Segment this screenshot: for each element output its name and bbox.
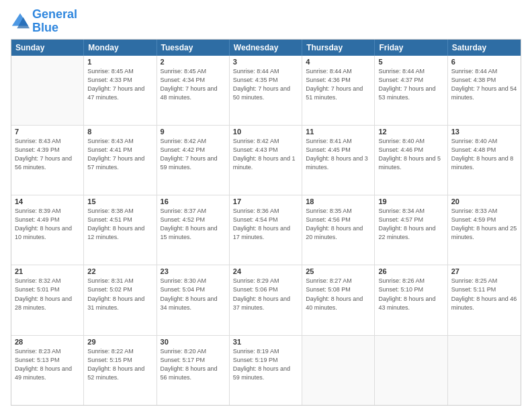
cell-date-number: 15 bbox=[87, 197, 152, 205]
cell-info: Sunrise: 8:44 AMSunset: 4:36 PMDaylight:… bbox=[306, 67, 371, 102]
cell-info: Sunrise: 8:26 AMSunset: 5:10 PMDaylight:… bbox=[378, 277, 443, 312]
calendar-row: 21Sunrise: 8:32 AMSunset: 5:01 PMDayligh… bbox=[11, 265, 521, 335]
cell-info: Sunrise: 8:22 AMSunset: 5:15 PMDaylight:… bbox=[87, 347, 152, 382]
cell-date-number: 20 bbox=[451, 197, 517, 205]
calendar-cell: 6Sunrise: 8:44 AMSunset: 4:38 PMDaylight… bbox=[448, 56, 521, 125]
cell-date-number: 22 bbox=[87, 267, 152, 275]
cell-date-number: 26 bbox=[378, 267, 443, 275]
cell-info: Sunrise: 8:33 AMSunset: 4:59 PMDaylight:… bbox=[451, 207, 517, 242]
cal-header-day: Wednesday bbox=[230, 40, 302, 56]
calendar-cell: 29Sunrise: 8:22 AMSunset: 5:15 PMDayligh… bbox=[84, 336, 157, 405]
cell-date-number: 27 bbox=[451, 267, 517, 275]
cell-date-number: 31 bbox=[233, 338, 298, 346]
calendar-cell: 19Sunrise: 8:34 AMSunset: 4:57 PMDayligh… bbox=[375, 195, 447, 265]
calendar-cell: 14Sunrise: 8:39 AMSunset: 4:49 PMDayligh… bbox=[11, 195, 84, 265]
calendar-cell: 25Sunrise: 8:27 AMSunset: 5:08 PMDayligh… bbox=[302, 265, 375, 334]
header: General Blue bbox=[11, 8, 521, 35]
calendar-row: 1Sunrise: 8:45 AMSunset: 4:33 PMDaylight… bbox=[11, 56, 521, 126]
cell-date-number: 16 bbox=[161, 197, 226, 205]
calendar-cell: 26Sunrise: 8:26 AMSunset: 5:10 PMDayligh… bbox=[375, 265, 447, 334]
calendar-cell: 4Sunrise: 8:44 AMSunset: 4:36 PMDaylight… bbox=[302, 56, 375, 125]
calendar-cell: 16Sunrise: 8:37 AMSunset: 4:52 PMDayligh… bbox=[157, 195, 230, 265]
cell-info: Sunrise: 8:31 AMSunset: 5:02 PMDaylight:… bbox=[87, 277, 152, 312]
calendar-cell: 22Sunrise: 8:31 AMSunset: 5:02 PMDayligh… bbox=[84, 265, 157, 334]
cell-info: Sunrise: 8:38 AMSunset: 4:51 PMDaylight:… bbox=[87, 207, 152, 242]
logo-text: General Blue bbox=[32, 8, 77, 35]
cell-info: Sunrise: 8:30 AMSunset: 5:04 PMDaylight:… bbox=[161, 277, 226, 312]
cell-info: Sunrise: 8:44 AMSunset: 4:37 PMDaylight:… bbox=[378, 67, 443, 102]
cell-info: Sunrise: 8:45 AMSunset: 4:34 PMDaylight:… bbox=[161, 67, 226, 102]
calendar-row: 7Sunrise: 8:43 AMSunset: 4:39 PMDaylight… bbox=[11, 126, 521, 195]
cell-info: Sunrise: 8:45 AMSunset: 4:33 PMDaylight:… bbox=[87, 67, 152, 102]
cal-header-day: Friday bbox=[375, 40, 447, 56]
calendar-cell: 18Sunrise: 8:35 AMSunset: 4:56 PMDayligh… bbox=[302, 195, 375, 265]
calendar-row: 14Sunrise: 8:39 AMSunset: 4:49 PMDayligh… bbox=[11, 195, 521, 265]
cell-date-number: 25 bbox=[306, 267, 371, 275]
cell-date-number: 8 bbox=[87, 128, 152, 136]
cell-info: Sunrise: 8:42 AMSunset: 4:42 PMDaylight:… bbox=[161, 137, 226, 172]
calendar-cell: 13Sunrise: 8:40 AMSunset: 4:48 PMDayligh… bbox=[448, 126, 521, 195]
calendar-body: 1Sunrise: 8:45 AMSunset: 4:33 PMDaylight… bbox=[11, 56, 521, 405]
calendar-cell: 9Sunrise: 8:42 AMSunset: 4:42 PMDaylight… bbox=[157, 126, 230, 195]
calendar: SundayMondayTuesdayWednesdayThursdayFrid… bbox=[11, 39, 521, 406]
cell-date-number: 1 bbox=[87, 58, 152, 66]
page: General Blue SundayMondayTuesdayWednesda… bbox=[0, 0, 532, 411]
cell-info: Sunrise: 8:36 AMSunset: 4:54 PMDaylight:… bbox=[233, 207, 298, 242]
cell-date-number: 10 bbox=[233, 128, 298, 136]
cal-header-day: Thursday bbox=[302, 40, 375, 56]
cell-date-number: 28 bbox=[15, 338, 80, 346]
cal-header-day: Saturday bbox=[448, 40, 521, 56]
cell-info: Sunrise: 8:40 AMSunset: 4:46 PMDaylight:… bbox=[378, 137, 443, 172]
cell-date-number: 17 bbox=[233, 197, 298, 205]
calendar-cell bbox=[302, 336, 375, 405]
cell-info: Sunrise: 8:41 AMSunset: 4:45 PMDaylight:… bbox=[306, 137, 371, 172]
calendar-cell: 1Sunrise: 8:45 AMSunset: 4:33 PMDaylight… bbox=[84, 56, 157, 125]
cell-date-number: 23 bbox=[161, 267, 226, 275]
calendar-cell: 15Sunrise: 8:38 AMSunset: 4:51 PMDayligh… bbox=[84, 195, 157, 265]
logo: General Blue bbox=[11, 8, 77, 35]
cell-info: Sunrise: 8:39 AMSunset: 4:49 PMDaylight:… bbox=[15, 207, 80, 242]
cell-date-number: 19 bbox=[378, 197, 443, 205]
calendar-cell bbox=[375, 336, 447, 405]
cell-date-number: 30 bbox=[161, 338, 226, 346]
calendar-cell: 7Sunrise: 8:43 AMSunset: 4:39 PMDaylight… bbox=[11, 126, 84, 195]
cell-info: Sunrise: 8:23 AMSunset: 5:13 PMDaylight:… bbox=[15, 347, 80, 382]
cell-date-number: 6 bbox=[451, 58, 517, 66]
cell-info: Sunrise: 8:32 AMSunset: 5:01 PMDaylight:… bbox=[15, 277, 80, 312]
cell-date-number: 3 bbox=[233, 58, 298, 66]
cell-date-number: 7 bbox=[15, 128, 80, 136]
cell-info: Sunrise: 8:20 AMSunset: 5:17 PMDaylight:… bbox=[161, 347, 226, 382]
cell-date-number: 13 bbox=[451, 128, 517, 136]
cell-date-number: 5 bbox=[378, 58, 443, 66]
cal-header-day: Tuesday bbox=[157, 40, 230, 56]
cell-date-number: 4 bbox=[306, 58, 371, 66]
calendar-cell: 28Sunrise: 8:23 AMSunset: 5:13 PMDayligh… bbox=[11, 336, 84, 405]
calendar-cell: 2Sunrise: 8:45 AMSunset: 4:34 PMDaylight… bbox=[157, 56, 230, 125]
cell-info: Sunrise: 8:29 AMSunset: 5:06 PMDaylight:… bbox=[233, 277, 298, 312]
cell-date-number: 24 bbox=[233, 267, 298, 275]
cell-info: Sunrise: 8:35 AMSunset: 4:56 PMDaylight:… bbox=[306, 207, 371, 242]
cell-date-number: 9 bbox=[161, 128, 226, 136]
cell-info: Sunrise: 8:44 AMSunset: 4:38 PMDaylight:… bbox=[451, 67, 517, 102]
calendar-cell: 20Sunrise: 8:33 AMSunset: 4:59 PMDayligh… bbox=[448, 195, 521, 265]
calendar-cell: 12Sunrise: 8:40 AMSunset: 4:46 PMDayligh… bbox=[375, 126, 447, 195]
calendar-cell: 24Sunrise: 8:29 AMSunset: 5:06 PMDayligh… bbox=[230, 265, 302, 334]
calendar-cell: 31Sunrise: 8:19 AMSunset: 5:19 PMDayligh… bbox=[230, 336, 302, 405]
cell-info: Sunrise: 8:37 AMSunset: 4:52 PMDaylight:… bbox=[161, 207, 226, 242]
calendar-cell bbox=[11, 56, 84, 125]
calendar-cell: 17Sunrise: 8:36 AMSunset: 4:54 PMDayligh… bbox=[230, 195, 302, 265]
cell-date-number: 11 bbox=[306, 128, 371, 136]
cal-header-day: Sunday bbox=[11, 40, 84, 56]
cell-info: Sunrise: 8:25 AMSunset: 5:11 PMDaylight:… bbox=[451, 277, 517, 312]
calendar-cell: 10Sunrise: 8:42 AMSunset: 4:43 PMDayligh… bbox=[230, 126, 302, 195]
cell-info: Sunrise: 8:43 AMSunset: 4:41 PMDaylight:… bbox=[87, 137, 152, 172]
cell-date-number: 12 bbox=[378, 128, 443, 136]
calendar-cell: 3Sunrise: 8:44 AMSunset: 4:35 PMDaylight… bbox=[230, 56, 302, 125]
calendar-cell: 23Sunrise: 8:30 AMSunset: 5:04 PMDayligh… bbox=[157, 265, 230, 334]
calendar-cell: 30Sunrise: 8:20 AMSunset: 5:17 PMDayligh… bbox=[157, 336, 230, 405]
calendar-cell: 27Sunrise: 8:25 AMSunset: 5:11 PMDayligh… bbox=[448, 265, 521, 334]
cell-info: Sunrise: 8:27 AMSunset: 5:08 PMDaylight:… bbox=[306, 277, 371, 312]
cell-date-number: 29 bbox=[87, 338, 152, 346]
calendar-header: SundayMondayTuesdayWednesdayThursdayFrid… bbox=[11, 40, 521, 56]
cell-info: Sunrise: 8:40 AMSunset: 4:48 PMDaylight:… bbox=[451, 137, 517, 172]
